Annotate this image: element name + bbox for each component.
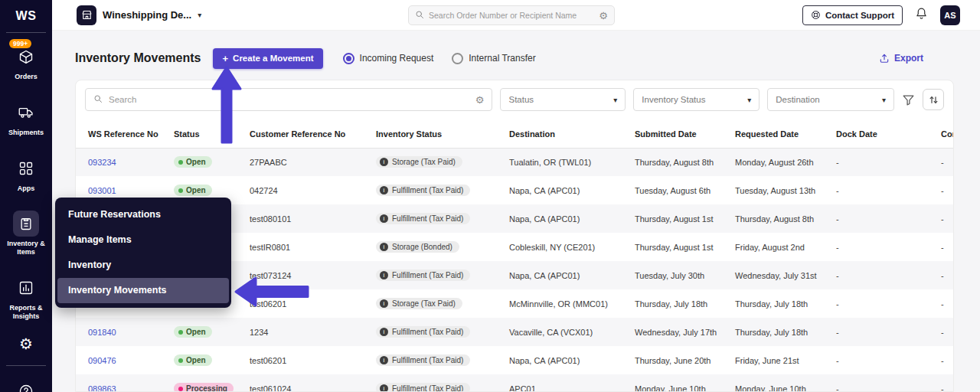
destination-filter-dropdown[interactable]: Destination ▾ xyxy=(767,88,894,111)
status-badge: Open xyxy=(174,156,212,168)
table-cell: Open xyxy=(162,346,237,374)
info-icon: i xyxy=(380,299,388,308)
table-cell: iFulfillment (Tax Paid) xyxy=(364,346,497,374)
table-cell: - xyxy=(929,233,954,261)
chart-icon xyxy=(13,275,39,301)
info-icon: i xyxy=(380,384,388,392)
org-selector[interactable]: Wineshipping De... ▾ xyxy=(77,5,201,25)
table-search-input[interactable] xyxy=(109,95,469,104)
table-cell: iFulfillment (Tax Paid) xyxy=(364,374,497,392)
sidebar-nav: 999+ Orders Shipments Apps xyxy=(0,33,52,392)
sidebar-item-inventory-items[interactable]: Inventory & Items xyxy=(0,204,52,263)
ws-reference-link[interactable]: 093001 xyxy=(88,186,116,195)
chevron-down-icon: ▾ xyxy=(747,96,751,104)
radio-incoming-request[interactable]: Incoming Request xyxy=(343,53,434,64)
table-cell: Napa, CA (APC01) xyxy=(497,204,622,233)
status-badge: Open xyxy=(174,354,212,366)
inventory-status-filter-label: Inventory Status xyxy=(642,95,705,104)
contact-support-label: Contact Support xyxy=(825,11,894,20)
search-icon xyxy=(93,93,103,106)
table-cell: - xyxy=(929,148,954,176)
table-cell: - xyxy=(824,176,929,204)
menu-item-inventory-movements[interactable]: Inventory Movements xyxy=(57,278,229,303)
table-cell: test073124 xyxy=(237,261,364,289)
export-icon xyxy=(879,53,890,64)
table-cell: test061024 xyxy=(237,374,364,392)
ws-reference-link[interactable]: 093234 xyxy=(88,158,116,167)
inventory-status-filter-dropdown[interactable]: Inventory Status ▾ xyxy=(633,88,760,111)
orders-count-badge: 999+ xyxy=(9,39,31,48)
notifications-bell-icon[interactable] xyxy=(915,7,928,23)
sidebar-item-help[interactable]: Help xyxy=(0,372,52,392)
table-cell: Thursday, August 1st xyxy=(622,204,723,233)
menu-item-manage-items[interactable]: Manage Items xyxy=(55,227,231,253)
radio-label: Incoming Request xyxy=(360,53,434,64)
table-cell: 27PAABC xyxy=(237,148,364,176)
info-icon: i xyxy=(380,158,388,166)
radio-circle xyxy=(452,53,463,64)
create-movement-button[interactable]: + Create a Movement xyxy=(213,48,322,69)
table-cell: Thursday, July 18th xyxy=(723,289,824,318)
table-cell: iStorage (Tax Paid) xyxy=(364,148,497,176)
table-cell: - xyxy=(824,289,929,318)
table-cell: Thursday, August 8th xyxy=(622,148,723,176)
ws-reference-link[interactable]: 091840 xyxy=(88,328,116,337)
contact-support-button[interactable]: Contact Support xyxy=(802,5,903,25)
radio-internal-transfer[interactable]: Internal Transfer xyxy=(452,53,535,64)
column-header: Requested Date xyxy=(723,120,824,148)
column-header: Submitted Date xyxy=(622,120,723,148)
table-row: 093234Open27PAABCiStorage (Tax Paid)Tual… xyxy=(76,148,954,176)
export-button[interactable]: Export xyxy=(879,53,923,64)
menu-item-inventory[interactable]: Inventory xyxy=(55,253,231,278)
table-cell: - xyxy=(929,261,954,289)
funnel-icon xyxy=(902,93,915,106)
inventory-status-pill: iFulfillment (Tax Paid) xyxy=(376,326,470,338)
sidebar-item-orders[interactable]: 999+ Orders xyxy=(0,38,52,87)
gear-icon: ⚙ xyxy=(19,336,33,351)
sidebar-divider xyxy=(6,365,46,366)
search-settings-gear-icon[interactable]: ⚙ xyxy=(599,11,608,21)
inventory-status-pill: iFulfillment (Tax Paid) xyxy=(376,213,470,224)
table-cell: Napa, CA (APC01) xyxy=(497,346,622,374)
sidebar-item-apps[interactable]: Apps xyxy=(0,149,52,199)
inventory-status-pill: iFulfillment (Tax Paid) xyxy=(376,185,470,196)
table-cell: - xyxy=(929,346,954,374)
ws-reference-link[interactable]: 090476 xyxy=(88,356,116,365)
chevron-down-icon: ▾ xyxy=(882,96,886,104)
filter-funnel-button[interactable] xyxy=(902,93,915,106)
sidebar-item-shipments[interactable]: Shipments xyxy=(0,93,52,143)
table-row: 089863Processingtest061024iFulfillment (… xyxy=(76,374,954,392)
status-badge: Processing xyxy=(174,383,234,392)
ws-reference-link[interactable]: 089863 xyxy=(88,384,116,392)
table-cell: Tuesday, August 13th xyxy=(723,176,824,204)
table-cell: Processing xyxy=(162,374,237,392)
table-cell: Thursday, August 1st xyxy=(622,233,723,261)
sort-button[interactable] xyxy=(923,89,944,110)
table-cell: test06201 xyxy=(237,346,364,374)
table-cell: test06201 xyxy=(237,289,364,318)
user-avatar[interactable]: AS xyxy=(940,5,960,25)
table-cell: - xyxy=(824,346,929,374)
top-bar: Wineshipping De... ▾ ⚙ Contact Support A xyxy=(52,0,980,31)
page-title: Inventory Movements xyxy=(75,51,201,65)
table-cell: iStorage (Tax Paid) xyxy=(364,289,497,318)
sidebar-item-settings[interactable]: ⚙ xyxy=(0,333,52,359)
info-icon: i xyxy=(380,356,388,364)
table-cell: Napa, CA (APC01) xyxy=(497,176,622,204)
column-header: Inventory Status xyxy=(364,120,497,148)
table-cell: Tuesday, August 6th xyxy=(622,176,723,204)
column-header: Comp xyxy=(929,120,954,148)
menu-item-future-reservations[interactable]: Future Reservations xyxy=(55,202,231,227)
table-row: 091840Open1234iFulfillment (Tax Paid)Vac… xyxy=(76,318,954,346)
table-cell: Monday, June 10th xyxy=(723,374,824,392)
table-cell: - xyxy=(824,233,929,261)
status-badge: Open xyxy=(174,326,212,338)
status-filter-dropdown[interactable]: Status ▾ xyxy=(500,88,626,111)
search-settings-gear-icon[interactable]: ⚙ xyxy=(475,95,485,105)
create-movement-label: Create a Movement xyxy=(233,54,313,63)
table-cell: - xyxy=(824,204,929,233)
sidebar-item-reports-insights[interactable]: Reports & Insights xyxy=(0,269,52,327)
global-search-input[interactable] xyxy=(429,11,594,20)
clipboard-icon xyxy=(13,211,39,237)
inventory-status-pill: iFulfillment (Tax Paid) xyxy=(376,383,470,392)
